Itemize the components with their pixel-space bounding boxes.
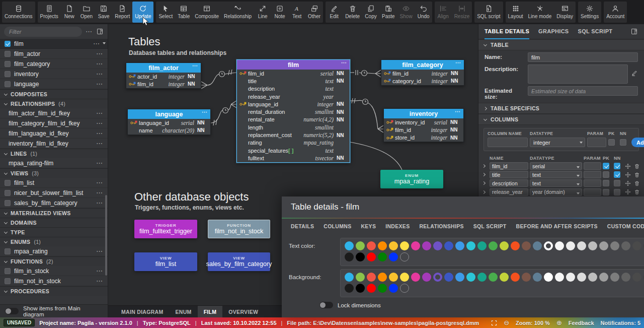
move-row-icon[interactable] <box>625 189 631 195</box>
column-name-input[interactable] <box>490 188 528 196</box>
item-menu-icon[interactable]: ⋯ <box>93 40 100 47</box>
sidebar-section-materialized-views[interactable]: MATERIALIZED VIEWS <box>0 208 108 218</box>
pk-checkbox[interactable] <box>603 163 609 169</box>
sidebar-item-film[interactable]: film⋯ <box>0 39 108 49</box>
feedback-link[interactable]: Feedback <box>569 320 594 326</box>
toolbar-button-new[interactable]: New <box>61 2 78 23</box>
toolbar-button-show[interactable]: Show <box>397 2 415 23</box>
color-swatch[interactable] <box>367 284 376 293</box>
color-swatch[interactable] <box>444 273 453 282</box>
color-swatch[interactable] <box>599 241 608 250</box>
filter-box[interactable] <box>4 27 82 37</box>
row-expander-icon[interactable] <box>482 190 486 194</box>
sidebar-item-language[interactable]: language⋯ <box>0 79 108 89</box>
delete-row-icon[interactable] <box>634 189 640 195</box>
filter-input[interactable] <box>9 29 77 35</box>
pk-checkbox[interactable] <box>603 189 609 195</box>
sidebar-item-film-actor-film-id-fkey[interactable]: film_actor_film_id_fkey⋯ <box>0 108 108 118</box>
move-row-icon[interactable] <box>625 180 631 186</box>
item-checkbox[interactable] <box>5 200 11 206</box>
color-swatch[interactable] <box>455 241 464 250</box>
zoom-out-icon[interactable]: ⊖ <box>504 319 509 326</box>
nn-checkbox[interactable] <box>614 189 620 195</box>
object-enum-mpaa-rating[interactable]: ENUMmpaa_rating <box>380 170 443 188</box>
move-row-icon[interactable] <box>625 163 631 169</box>
object-view-film-list[interactable]: VIEWfilm_list <box>134 252 197 271</box>
column-row-rental-duration[interactable]: rental_durationsmallintNN <box>237 108 350 115</box>
color-swatch[interactable] <box>433 241 442 250</box>
color-swatch[interactable] <box>466 273 475 282</box>
color-swatch[interactable] <box>389 284 398 293</box>
toolbar-button-text[interactable]: AText <box>288 2 305 23</box>
color-swatch[interactable] <box>422 273 431 282</box>
sidebar-item-film-language-id-fkey[interactable]: film_language_id_fkey⋯ <box>0 128 108 139</box>
pk-checkbox[interactable] <box>603 180 609 186</box>
section-columns[interactable]: COLUMNS <box>478 114 644 125</box>
panel-toggle-icon[interactable] <box>630 28 638 35</box>
toolbar-button-projects[interactable]: Projects <box>38 2 61 23</box>
color-swatch[interactable] <box>610 273 619 282</box>
color-swatch[interactable] <box>555 273 564 282</box>
delete-row-icon[interactable] <box>634 163 640 169</box>
item-checkbox[interactable] <box>5 248 11 254</box>
item-checkbox[interactable] <box>5 81 11 87</box>
section-table[interactable]: TABLE <box>478 39 644 50</box>
sidebar-item-inventory-film-id-fkey[interactable]: inventory_film_id_fkey⋯ <box>0 139 108 149</box>
new-column-datatype-select[interactable]: integer <box>530 138 585 147</box>
toolbar-button-account[interactable]: Account <box>604 2 627 23</box>
color-swatch[interactable] <box>566 241 575 250</box>
color-swatch[interactable] <box>533 273 542 282</box>
sidebar-section-procedures[interactable]: PROCEDURES <box>0 286 108 296</box>
toolbar-button-resize[interactable]: Resize <box>452 2 472 23</box>
color-swatch[interactable] <box>489 241 498 250</box>
column-row-rating[interactable]: ratingmpaa_rating <box>237 139 350 147</box>
toolbar-button-layout[interactable]: Layout <box>506 2 526 23</box>
item-menu-icon[interactable]: ⋯ <box>96 140 103 147</box>
sidebar-section-domains[interactable]: DOMAINS <box>0 218 108 227</box>
color-swatch[interactable] <box>400 252 409 261</box>
panel-tab-graphics[interactable]: GRAPHICS <box>538 24 569 39</box>
item-menu-icon[interactable]: ⋯ <box>96 50 103 57</box>
column-row-name[interactable]: namecharacter(20)NN <box>128 126 210 134</box>
toolbar-button-settings[interactable]: Settings <box>578 2 601 23</box>
column-row-title[interactable]: titletextNN <box>237 77 350 85</box>
color-swatch[interactable] <box>588 273 597 282</box>
color-swatch[interactable] <box>489 273 498 282</box>
edit-pencil-icon[interactable] <box>631 70 638 77</box>
nn-checkbox[interactable] <box>614 180 620 186</box>
nn-checkbox[interactable] <box>614 163 620 169</box>
toolbar-button-composite[interactable]: Composite <box>192 2 221 23</box>
pk-checkbox[interactable] <box>603 171 609 178</box>
table-name-input[interactable] <box>528 52 638 62</box>
column-param-input[interactable] <box>584 171 601 178</box>
item-menu-icon[interactable]: ⋯ <box>96 71 103 77</box>
column-row-release-year[interactable]: release_yearyear <box>237 93 350 100</box>
toolbar-button-save[interactable]: Save <box>95 2 112 23</box>
color-swatch[interactable] <box>477 273 487 282</box>
toolbar-button-edit[interactable]: Edit <box>326 2 343 23</box>
toolbar-button-line[interactable]: Line <box>254 2 271 23</box>
color-swatch[interactable] <box>345 284 354 293</box>
color-swatch[interactable] <box>411 241 420 250</box>
column-datatype-select[interactable]: year (domain) <box>530 188 582 196</box>
color-swatch[interactable] <box>500 241 509 250</box>
object-function-film-not-in-stock[interactable]: FUNCTIONfilm_not_in_stock <box>208 220 270 238</box>
delete-row-icon[interactable] <box>634 172 640 178</box>
table-film-actor[interactable]: film_actor⋯actor_idintegerNNfilm_idinteg… <box>126 62 201 89</box>
color-swatch[interactable] <box>378 284 387 293</box>
table-inventory[interactable]: inventory⋯inventory_idserialNNfilm_idint… <box>383 108 464 142</box>
sidebar-section-composites[interactable]: COMPOSITES <box>0 89 108 99</box>
column-row-rental-rate[interactable]: rental_ratenumeric(4,2)NN <box>237 116 350 123</box>
toolbar-button-select[interactable]: Select <box>156 2 175 23</box>
color-swatch[interactable] <box>367 273 376 282</box>
toolbar-button-connections[interactable]: Connections <box>2 2 35 23</box>
toolbar-button-sql-script[interactable]: SQL script <box>474 2 503 23</box>
color-swatch[interactable] <box>577 241 586 250</box>
color-swatch[interactable] <box>599 273 608 282</box>
nn-checkbox[interactable] <box>614 171 620 178</box>
item-checkbox[interactable] <box>5 278 11 284</box>
color-swatch[interactable] <box>577 273 586 282</box>
color-swatch[interactable] <box>345 241 354 250</box>
toolbar-button-copy[interactable]: Copy <box>362 2 379 23</box>
color-swatch[interactable] <box>455 273 464 282</box>
